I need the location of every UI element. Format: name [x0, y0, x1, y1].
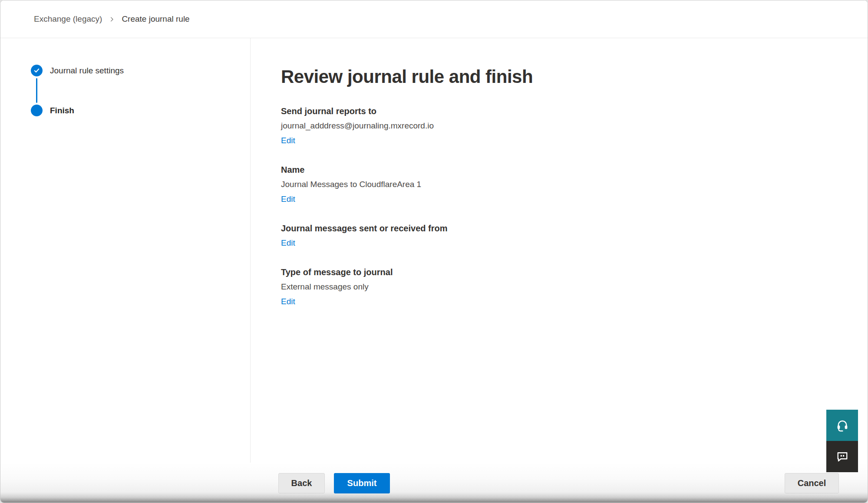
section-name: Name Journal Messages to CloudflareArea …: [281, 162, 868, 207]
step-label: Finish: [50, 106, 74, 115]
footer-left-buttons: Back Submit: [278, 473, 390, 493]
section-journal-messages-scope: Journal messages sent or received from E…: [281, 221, 868, 250]
field-label: Name: [281, 162, 868, 177]
back-button[interactable]: Back: [278, 473, 325, 493]
edit-message-type-link[interactable]: Edit: [281, 294, 295, 309]
edit-name-link[interactable]: Edit: [281, 192, 295, 207]
header-bar: Exchange (legacy) Create journal rule: [0, 0, 868, 38]
breadcrumb-current-page: Create journal rule: [122, 14, 189, 24]
field-label: Journal messages sent or received from: [281, 221, 868, 236]
footer-action-bar: Back Submit Cancel: [0, 463, 868, 503]
section-message-type: Type of message to journal External mess…: [281, 265, 868, 309]
step-finish[interactable]: Finish: [31, 105, 250, 116]
submit-button[interactable]: Submit: [334, 473, 390, 493]
breadcrumb-link-exchange-legacy[interactable]: Exchange (legacy): [34, 14, 102, 24]
field-value: Journal Messages to CloudflareArea 1: [281, 177, 868, 192]
cancel-button[interactable]: Cancel: [785, 473, 839, 493]
feedback-button[interactable]: [826, 441, 858, 472]
section-send-journal-reports-to: Send journal reports to journal_adddress…: [281, 104, 868, 148]
review-panel: Review journal rule and finish Send jour…: [251, 38, 868, 464]
help-button[interactable]: [826, 410, 858, 441]
app-window: Exchange (legacy) Create journal rule Jo…: [0, 0, 868, 503]
edit-journal-messages-scope-link[interactable]: Edit: [281, 236, 295, 250]
page-title: Review journal rule and finish: [281, 66, 868, 88]
step-connector-line: [36, 78, 37, 103]
step-journal-rule-settings[interactable]: Journal rule settings: [31, 65, 250, 76]
wizard-steps-sidebar: Journal rule settings Finish: [0, 38, 251, 464]
chevron-right-icon: [109, 16, 115, 23]
step-dot-icon: [31, 105, 43, 116]
field-label: Send journal reports to: [281, 104, 868, 118]
body-area: Journal rule settings Finish Review jour…: [0, 38, 868, 464]
step-label: Journal rule settings: [50, 66, 124, 76]
edit-send-journal-reports-link[interactable]: Edit: [281, 133, 295, 148]
breadcrumb: Exchange (legacy) Create journal rule: [34, 14, 190, 24]
floating-button-stack: [826, 410, 858, 472]
field-value: External messages only: [281, 279, 868, 294]
headset-icon: [836, 419, 849, 432]
field-value: journal_adddress@journaling.mxrecord.io: [281, 118, 868, 133]
field-label: Type of message to journal: [281, 265, 868, 279]
checkmark-icon: [31, 65, 43, 76]
comment-icon: [836, 450, 849, 463]
